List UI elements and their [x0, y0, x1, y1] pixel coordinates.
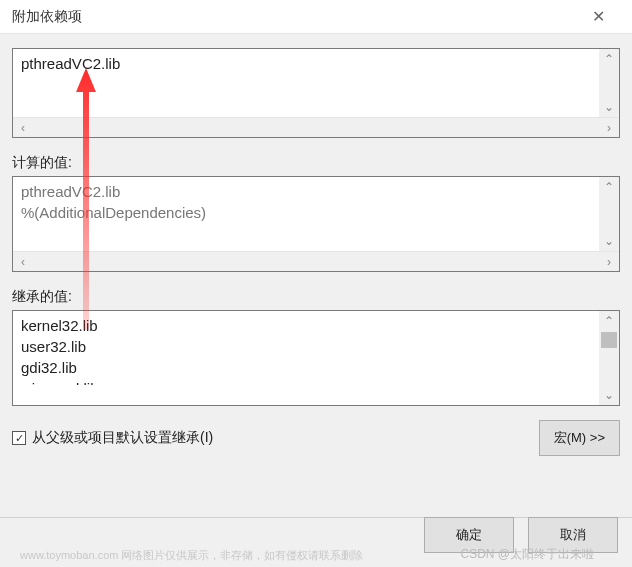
watermark-right: CSDN @太阳终于出来啦	[460, 546, 594, 563]
horizontal-scrollbar[interactable]: ‹ ›	[13, 251, 619, 271]
computed-value-line: pthreadVC2.lib	[21, 181, 611, 202]
watermark-left: www.toymoban.com 网络图片仅供展示，非存储，如有侵权请联系删除	[20, 548, 363, 563]
horizontal-scrollbar[interactable]: ‹ ›	[13, 117, 619, 137]
scroll-down-icon: ⌄	[599, 385, 619, 405]
check-icon: ✓	[15, 432, 24, 445]
computed-value-line: %(AdditionalDependencies)	[21, 202, 611, 223]
scroll-up-icon: ⌃	[599, 311, 619, 331]
scroll-down-icon: ⌄	[599, 231, 619, 251]
inherit-row: ✓ 从父级或项目默认设置继承(I) 宏(M) >>	[12, 420, 620, 456]
scroll-left-icon: ‹	[13, 252, 33, 272]
computed-values-box: pthreadVC2.lib %(AdditionalDependencies)…	[12, 176, 620, 272]
scroll-left-icon: ‹	[13, 118, 33, 138]
scrollbar-thumb[interactable]	[601, 332, 617, 348]
vertical-scrollbar[interactable]: ⌃ ⌄	[599, 177, 619, 251]
close-button[interactable]: ✕	[576, 0, 620, 34]
window-title: 附加依赖项	[12, 8, 82, 26]
dependencies-input-box[interactable]: pthreadVC2.lib ⌃ ⌄ ‹ ›	[12, 48, 620, 138]
scroll-right-icon: ›	[599, 118, 619, 138]
inherited-values-label: 继承的值:	[12, 288, 620, 306]
scroll-up-icon: ⌃	[599, 177, 619, 197]
scroll-right-icon: ›	[599, 252, 619, 272]
inherited-value-item: winspool.lib	[21, 378, 595, 385]
vertical-scrollbar[interactable]: ⌃ ⌄	[599, 49, 619, 117]
titlebar: 附加依赖项 ✕	[0, 0, 632, 34]
dialog-content: pthreadVC2.lib ⌃ ⌄ ‹ › 计算的值: pthreadVC2.…	[0, 34, 632, 456]
scroll-down-icon: ⌄	[599, 97, 619, 117]
dependencies-input-text: pthreadVC2.lib	[13, 49, 619, 117]
macros-button[interactable]: 宏(M) >>	[539, 420, 620, 456]
inherited-value-item: user32.lib	[21, 336, 595, 357]
inherited-value-item: gdi32.lib	[21, 357, 595, 378]
computed-values-label: 计算的值:	[12, 154, 620, 172]
inherit-checkbox[interactable]: ✓	[12, 431, 26, 445]
scroll-up-icon: ⌃	[599, 49, 619, 69]
inherited-values-box: kernel32.lib user32.lib gdi32.lib winspo…	[12, 310, 620, 406]
inherited-value-item: kernel32.lib	[21, 315, 595, 336]
inherit-checkbox-label: 从父级或项目默认设置继承(I)	[32, 429, 213, 447]
close-icon: ✕	[592, 7, 605, 26]
vertical-scrollbar[interactable]: ⌃ ⌄	[599, 311, 619, 405]
